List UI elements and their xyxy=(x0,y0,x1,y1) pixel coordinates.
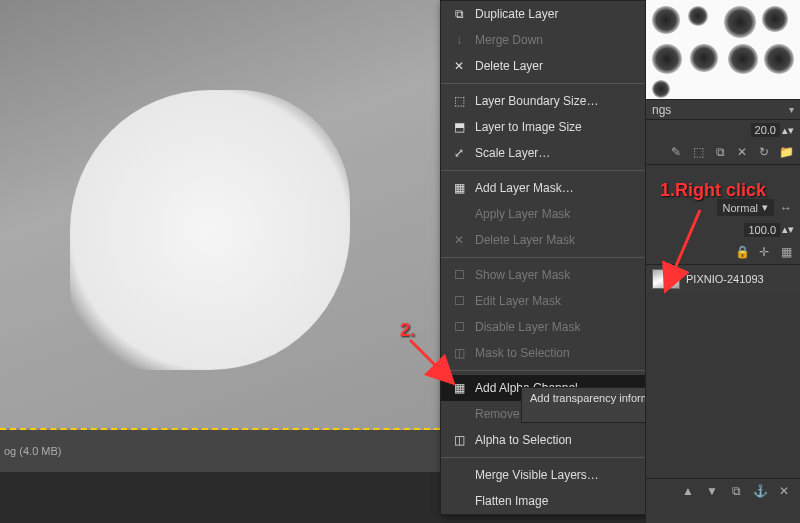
anchor-icon[interactable]: ⚓ xyxy=(752,483,768,499)
blank-icon xyxy=(451,406,467,422)
layer-thumbnail[interactable] xyxy=(652,269,680,289)
menu-merge-visible[interactable]: Merge Visible Layers… xyxy=(441,462,647,488)
menu-boundary-size[interactable]: ⬚ Layer Boundary Size… xyxy=(441,88,647,114)
menu-label: Duplicate Layer xyxy=(475,7,558,21)
menu-edit-layer-mask: ☐ Edit Layer Mask xyxy=(441,288,647,314)
delete-layer-icon[interactable]: ✕ xyxy=(776,483,792,499)
brush-preset[interactable] xyxy=(652,44,682,74)
brush-preset[interactable] xyxy=(724,6,756,38)
lock-alpha-icon[interactable]: ▦ xyxy=(778,244,794,260)
duplicate-brush-icon[interactable]: ⧉ xyxy=(712,144,728,160)
merge-down-icon: ↓ xyxy=(451,32,467,48)
menu-layer-to-image-size[interactable]: ⬒ Layer to Image Size xyxy=(441,114,647,140)
refresh-icon[interactable]: ↻ xyxy=(756,144,772,160)
menu-duplicate-layer[interactable]: ⧉ Duplicate Layer xyxy=(441,1,647,27)
status-bar: og (4.0 MB) xyxy=(0,445,61,457)
stepper-icon[interactable]: ▴▾ xyxy=(782,223,794,237)
duplicate-layer-icon[interactable]: ⧉ xyxy=(728,483,744,499)
chevron-down-icon[interactable]: ▾ xyxy=(789,104,794,115)
layer-item[interactable]: PIXNIO-241093 xyxy=(646,265,800,293)
spacing-row: 20.0 ▴▾ xyxy=(646,120,800,140)
menu-label: Merge Down xyxy=(475,33,543,47)
menu-label: Flatten Image xyxy=(475,494,548,508)
mode-switch-icon[interactable]: ↔ xyxy=(778,200,794,216)
selection-icon: ◫ xyxy=(451,432,467,448)
boundary-icon: ⬚ xyxy=(451,93,467,109)
menu-label: Show Layer Mask xyxy=(475,268,570,282)
menu-merge-down: ↓ Merge Down xyxy=(441,27,647,53)
move-up-icon[interactable]: ▲ xyxy=(680,483,696,499)
lock-row: 🔒 ✛ ▦ xyxy=(646,240,800,265)
layer-context-menu: ⧉ Duplicate Layer ↓ Merge Down ✕ Delete … xyxy=(440,0,648,515)
duplicate-icon: ⧉ xyxy=(451,6,467,22)
menu-separator xyxy=(441,83,647,84)
checkbox-icon: ☐ xyxy=(451,319,467,335)
spacing-value[interactable]: 20.0 xyxy=(751,123,780,137)
menu-label: Delete Layer xyxy=(475,59,543,73)
brush-preset[interactable] xyxy=(762,6,788,32)
menu-delete-layer[interactable]: ✕ Delete Layer xyxy=(441,53,647,79)
menu-label: Add Layer Mask… xyxy=(475,181,574,195)
menu-label: Scale Layer… xyxy=(475,146,550,160)
menu-disable-layer-mask: ☐ Disable Layer Mask xyxy=(441,314,647,340)
blank-icon xyxy=(451,206,467,222)
menu-separator xyxy=(441,170,647,171)
menu-label: Edit Layer Mask xyxy=(475,294,561,308)
lock-position-icon[interactable]: ✛ xyxy=(756,244,772,260)
image-content[interactable] xyxy=(0,0,440,430)
menu-label: Layer Boundary Size… xyxy=(475,94,598,108)
menu-scale-layer[interactable]: ⤢ Scale Layer… xyxy=(441,140,647,166)
selection-icon: ◫ xyxy=(451,345,467,361)
mode-label: Normal xyxy=(723,202,758,214)
checkbox-icon: ☐ xyxy=(451,267,467,283)
layer-name[interactable]: PIXNIO-241093 xyxy=(686,273,764,285)
brush-preset[interactable] xyxy=(764,44,794,74)
open-icon[interactable]: 📁 xyxy=(778,144,794,160)
blank-icon xyxy=(451,493,467,509)
layers-toolbar: ▲ ▼ ⧉ ⚓ ✕ xyxy=(645,478,800,503)
delete-mask-icon: ✕ xyxy=(451,232,467,248)
brush-preset[interactable] xyxy=(690,44,718,72)
menu-label: Delete Layer Mask xyxy=(475,233,575,247)
scale-icon: ⤢ xyxy=(451,145,467,161)
menu-alpha-to-selection[interactable]: ◫ Alpha to Selection xyxy=(441,427,647,453)
menu-flatten-image[interactable]: Flatten Image xyxy=(441,488,647,514)
blank-icon xyxy=(451,467,467,483)
menu-add-layer-mask[interactable]: ▦ Add Layer Mask… xyxy=(441,175,647,201)
brush-preset[interactable] xyxy=(652,6,680,34)
panel-tabs[interactable]: ngs ▾ xyxy=(646,100,800,120)
menu-separator xyxy=(441,457,647,458)
fit-icon: ⬒ xyxy=(451,119,467,135)
menu-label: Apply Layer Mask xyxy=(475,207,570,221)
lock-pixels-icon[interactable]: 🔒 xyxy=(734,244,750,260)
move-down-icon[interactable]: ▼ xyxy=(704,483,720,499)
menu-label: Alpha to Selection xyxy=(475,433,572,447)
menu-mask-to-selection: ◫ Mask to Selection xyxy=(441,340,647,366)
opacity-value[interactable]: 100.0 xyxy=(744,223,780,237)
delete-icon: ✕ xyxy=(451,58,467,74)
add-mask-icon: ▦ xyxy=(451,180,467,196)
brush-toolbar: ✎ ⬚ ⧉ ✕ ↻ 📁 xyxy=(646,140,800,165)
stepper-icon[interactable]: ▴▾ xyxy=(782,124,794,137)
tab-label: ngs xyxy=(646,103,671,117)
right-panel: ngs ▾ 20.0 ▴▾ ✎ ⬚ ⧉ ✕ ↻ 📁 Normal ▾ ↔ 100… xyxy=(645,0,800,523)
blend-mode-select[interactable]: Normal ▾ xyxy=(717,199,774,216)
brush-preset[interactable] xyxy=(728,44,758,74)
new-brush-icon[interactable]: ⬚ xyxy=(690,144,706,160)
menu-separator xyxy=(441,257,647,258)
menu-show-layer-mask: ☐ Show Layer Mask xyxy=(441,262,647,288)
opacity-row: 100.0 ▴▾ xyxy=(646,220,800,240)
layers-mode-row: Normal ▾ ↔ xyxy=(646,195,800,220)
edit-brush-icon[interactable]: ✎ xyxy=(668,144,684,160)
panel-spacer xyxy=(646,165,800,195)
menu-label: Disable Layer Mask xyxy=(475,320,580,334)
checkbox-icon: ☐ xyxy=(451,293,467,309)
menu-label: Merge Visible Layers… xyxy=(475,468,599,482)
menu-separator xyxy=(441,370,647,371)
brush-preset[interactable] xyxy=(688,6,708,26)
menu-delete-layer-mask: ✕ Delete Layer Mask xyxy=(441,227,647,253)
brushes-panel[interactable] xyxy=(646,0,800,100)
chevron-down-icon: ▾ xyxy=(762,201,768,214)
brush-preset[interactable] xyxy=(652,80,670,98)
delete-brush-icon[interactable]: ✕ xyxy=(734,144,750,160)
